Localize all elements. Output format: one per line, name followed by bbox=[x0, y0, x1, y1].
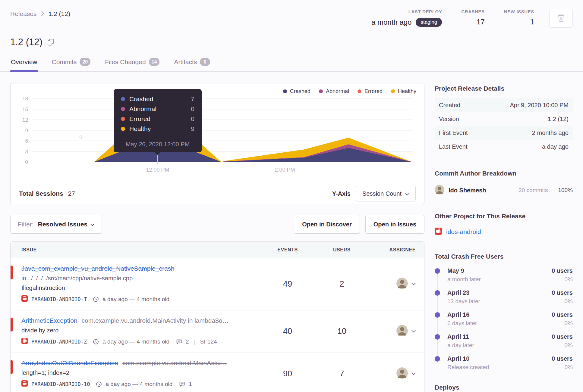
tab-commits[interactable]: Commits 20 bbox=[51, 56, 91, 71]
timeline-dot-icon bbox=[435, 312, 440, 318]
assignee-dropdown[interactable] bbox=[370, 367, 416, 380]
comments-icon bbox=[179, 381, 185, 387]
open-in-discover-button[interactable]: Open in Discover bbox=[294, 215, 360, 234]
commit-author-breakdown-section: Commit Author Breakdown Ido Shemesh 20 c… bbox=[435, 170, 573, 196]
issues-filter-select[interactable]: Filter: Resolved Issues bbox=[10, 215, 102, 234]
issue-users-count: 2 bbox=[313, 279, 370, 289]
issue-title-link[interactable]: Java_com_example_vu_android_NativeSample… bbox=[21, 265, 175, 272]
chevron-down-icon bbox=[411, 281, 416, 287]
assignee-avatar bbox=[396, 367, 408, 380]
yaxis-select[interactable]: Session Count bbox=[356, 186, 416, 201]
section-heading: Project Release Details bbox=[435, 85, 573, 92]
yaxis-label: Y-Axis bbox=[332, 190, 351, 197]
healthy-dot-icon bbox=[391, 89, 395, 93]
delete-release-button[interactable] bbox=[549, 9, 573, 28]
stat-last-deploy: LAST DEPLOY a month ago staging bbox=[371, 9, 442, 27]
sessions-chart-card: 036912151812:00 PM2:00 PM 0 Crashed Abno… bbox=[10, 83, 424, 204]
page-header: Releases 1.2 (12) LAST DEPLOY a month ag… bbox=[0, 0, 583, 72]
svg-text:6: 6 bbox=[25, 138, 28, 144]
issue-title-link[interactable]: ArrayIndexOutOfBoundsException bbox=[21, 359, 118, 366]
svg-text:0: 0 bbox=[25, 159, 28, 165]
environment-badge: staging bbox=[416, 18, 442, 27]
crashes-value: 17 bbox=[477, 18, 485, 26]
comments-icon bbox=[176, 339, 182, 345]
crashed-dot-icon bbox=[121, 97, 125, 101]
issue-message: divide by zero bbox=[21, 327, 262, 334]
sidebar: Project Release Details Created Apr 9, 2… bbox=[435, 83, 573, 391]
section-heading: Total Crash Free Users bbox=[435, 253, 573, 260]
issue-users-count: 10 bbox=[313, 327, 370, 336]
detail-row-last-event: Last Event a day ago bbox=[435, 140, 573, 154]
error-level-indicator bbox=[10, 318, 13, 331]
legend-abnormal[interactable]: Abnormal bbox=[319, 88, 349, 95]
healthy-dot-icon bbox=[121, 127, 125, 131]
error-level-indicator bbox=[10, 360, 13, 374]
java-project-icon bbox=[21, 380, 28, 388]
svg-text:15: 15 bbox=[22, 107, 28, 112]
assignee-dropdown[interactable] bbox=[370, 278, 416, 290]
legend-errored[interactable]: Errored bbox=[358, 88, 383, 95]
tab-overview[interactable]: Overview bbox=[10, 56, 38, 71]
issue-age: a day ago — 4 months old bbox=[106, 381, 172, 387]
svg-text:12:00 PM: 12:00 PM bbox=[146, 167, 169, 173]
chart-legend: Crashed Abnormal Errored Healthy bbox=[283, 88, 416, 95]
tooltip-row-crashed: Crashed 7 bbox=[121, 94, 194, 104]
artifacts-count-badge: 0 bbox=[200, 58, 210, 66]
tab-files-changed[interactable]: Files Changed 14 bbox=[104, 56, 160, 71]
issues-table: ISSUE EVENTS USERS ASSIGNEE Java_com_exa… bbox=[10, 241, 424, 392]
timeline-entry: April 16 0 users 6 days later 0% bbox=[435, 311, 573, 327]
svg-text:12: 12 bbox=[22, 117, 28, 123]
copy-version-icon[interactable] bbox=[47, 39, 54, 46]
author-percent: 100% bbox=[558, 187, 573, 194]
timeline-entry: May 9 0 users a month later 0% bbox=[435, 267, 573, 283]
issue-annotation[interactable]: SI-124 bbox=[200, 338, 217, 345]
comments-count: 1 bbox=[189, 381, 192, 387]
detail-row-created: Created Apr 9, 2020 10:00 PM bbox=[435, 98, 573, 112]
issue-short-id[interactable]: PARANOID-ANDROID-Z bbox=[31, 339, 87, 345]
tooltip-row-errored: Errored 0 bbox=[121, 114, 194, 124]
legend-crashed[interactable]: Crashed bbox=[283, 88, 310, 95]
section-heading: Deploys bbox=[435, 384, 573, 391]
release-detail-page: Releases 1.2 (12) LAST DEPLOY a month ag… bbox=[0, 0, 583, 392]
error-level-indicator bbox=[10, 266, 13, 279]
issue-events-count: 49 bbox=[262, 279, 313, 289]
timeline-entry: April 11 0 users a day later 0% bbox=[435, 333, 573, 349]
issue-short-id[interactable]: PARANOID-ANDROID-10 bbox=[31, 381, 90, 387]
total-sessions-label: Total Sessions bbox=[19, 190, 63, 197]
issue-age: a day ago — 4 months old bbox=[102, 338, 169, 345]
meta-divider: | bbox=[194, 338, 195, 345]
svg-text:2:00 PM: 2:00 PM bbox=[275, 167, 295, 173]
crashes-label: CRASHES bbox=[461, 9, 485, 14]
chart-tooltip: Crashed 7 Abnormal 0 Errored bbox=[114, 89, 202, 152]
timeline-dot-icon bbox=[435, 356, 440, 362]
chevron-down-icon bbox=[405, 190, 409, 197]
detail-row-first-event: First Event 2 months ago bbox=[435, 126, 573, 140]
section-heading: Other Project for This Release bbox=[435, 213, 573, 220]
last-deploy-label: LAST DEPLOY bbox=[371, 9, 442, 14]
issue-title-link[interactable]: ArithmeticException bbox=[21, 317, 77, 324]
issue-row: Java_com_example_vu_android_NativeSample… bbox=[11, 258, 424, 310]
comments-count: 2 bbox=[186, 338, 189, 345]
column-issue: ISSUE bbox=[18, 247, 262, 253]
breadcrumb-releases[interactable]: Releases bbox=[10, 10, 37, 17]
assignee-dropdown[interactable] bbox=[370, 325, 416, 338]
other-project-link[interactable]: idos-android bbox=[446, 228, 481, 235]
total-crash-free-users-section: Total Crash Free Users May 9 0 users a m… bbox=[435, 253, 573, 371]
tab-artifacts[interactable]: Artifacts 0 bbox=[173, 56, 211, 71]
timeline-entry: April 10 0 users Release created 0% bbox=[435, 355, 573, 371]
column-events: EVENTS bbox=[262, 247, 313, 253]
tooltip-row-abnormal: Abnormal 0 bbox=[121, 104, 194, 114]
issue-culprit: com.example.vu.android.MainActiv… bbox=[122, 359, 227, 366]
issue-events-count: 40 bbox=[262, 327, 313, 336]
open-in-issues-button[interactable]: Open in Issues bbox=[365, 215, 424, 234]
breadcrumb-current: 1.2 (12) bbox=[49, 10, 70, 17]
legend-healthy[interactable]: Healthy bbox=[391, 88, 416, 95]
issue-age: a day ago — 4 months old bbox=[102, 296, 169, 303]
timeline-dot-icon bbox=[435, 334, 440, 340]
clock-icon bbox=[93, 339, 99, 345]
detail-row-version: Version 1.2 (12) bbox=[435, 112, 573, 126]
svg-text:9: 9 bbox=[25, 128, 28, 133]
issue-short-id[interactable]: PARANOID-ANDROID-T bbox=[31, 296, 87, 302]
abnormal-dot-icon bbox=[319, 89, 323, 93]
sessions-chart[interactable]: 036912151812:00 PM2:00 PM 0 Crashed Abno… bbox=[11, 83, 424, 183]
